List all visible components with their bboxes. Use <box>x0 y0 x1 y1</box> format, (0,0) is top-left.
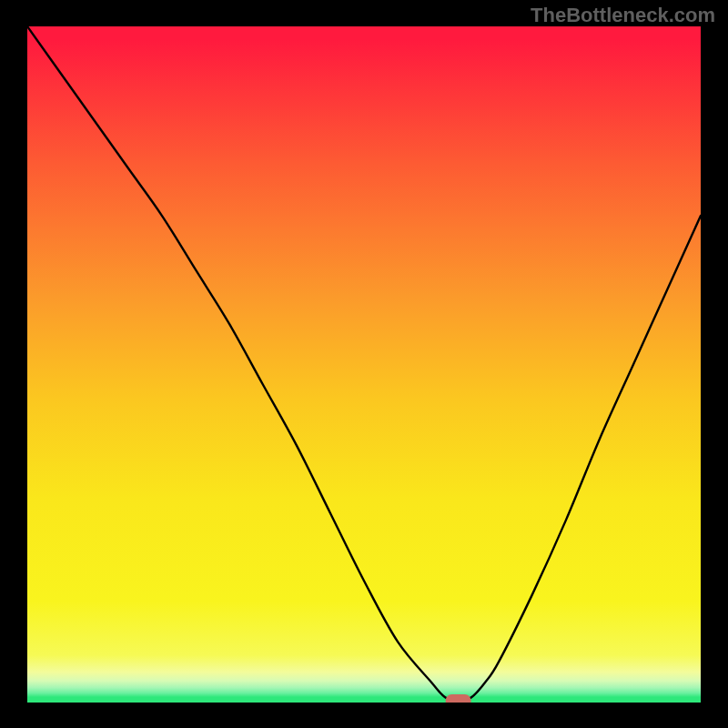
chart-container: TheBottleneck.com <box>0 0 728 728</box>
watermark-label: TheBottleneck.com <box>531 4 715 27</box>
gradient-background <box>27 26 701 703</box>
bottleneck-chart <box>27 26 701 703</box>
plot-area <box>27 26 701 703</box>
min-marker <box>446 694 471 703</box>
